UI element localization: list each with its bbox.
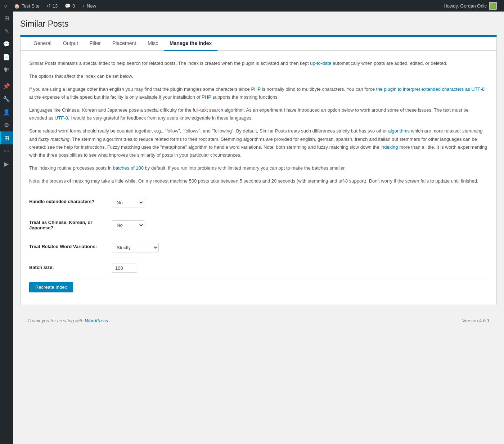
avatar: 🟩 <box>489 2 497 10</box>
field-label-treat-cjk: Treat as Chinese, Korean, or Japanese? <box>29 213 108 237</box>
sidebar-item-pages[interactable]: 📄 <box>0 50 13 63</box>
link-batches[interactable]: batches of 100 <box>113 165 144 171</box>
field-row-handle-extended: Handle extended characters? No Yes <box>29 192 488 213</box>
dashboard-icon: ⊞ <box>4 15 9 22</box>
card-body: Similar Posts maintains a special index … <box>21 51 496 305</box>
tab-output[interactable]: Output <box>57 37 84 51</box>
feedback-icon: 🗣 <box>4 67 9 73</box>
input-batch-size[interactable] <box>112 264 137 273</box>
admin-bar-right: Howdy, Gordan Orlic 🟩 <box>440 0 500 12</box>
admin-bar-updates[interactable]: ↺ 13 <box>43 0 61 12</box>
link-indexing[interactable]: indexing <box>381 144 398 150</box>
footer-wp-link[interactable]: WordPress. <box>85 318 109 323</box>
admin-bar: ○ 🏠 Test Site ↺ 13 💬 0 + New Howdy, Gord… <box>0 0 504 12</box>
settings-form-table: Handle extended characters? No Yes Treat… <box>29 192 488 278</box>
admin-bar-new[interactable]: + New <box>78 0 100 12</box>
field-row-treat-cjk: Treat as Chinese, Korean, or Japanese? N… <box>29 213 488 237</box>
description-para1: Similar Posts maintains a special index … <box>29 59 488 67</box>
field-label-word-variations: Treat Related Word Variations: <box>29 237 108 258</box>
select-word-variations[interactable]: Strictly Stemming Fuzzy Matching <box>112 243 159 252</box>
link-php1[interactable]: PHP <box>251 86 261 92</box>
tab-misc[interactable]: Misc <box>142 37 164 51</box>
sidebar-item-uc[interactable]: UC <box>0 144 13 157</box>
field-cell-handle-extended: No Yes <box>108 192 488 213</box>
main-content: Similar Posts General Output Filter Plac… <box>13 12 504 444</box>
admin-menu: ⊞ ✎ 💬 📄 🗣 📌 🔧 👤 ⚙ ⊞ UC <box>0 12 13 444</box>
field-cell-treat-cjk: No Yes <box>108 213 488 237</box>
play-icon: ▶ <box>4 161 9 167</box>
uc-label: UC <box>4 148 9 153</box>
description-para5: Some related word forms should really be… <box>29 127 488 159</box>
page-title: Similar Posts <box>20 19 497 30</box>
settings-icon: ⚙ <box>4 122 9 129</box>
link-php2[interactable]: PHP <box>202 94 211 100</box>
sidebar-item-tools[interactable]: 🔧 <box>0 93 13 106</box>
plus-icon: + <box>82 3 85 9</box>
sidebar-item-pin[interactable]: 📌 <box>0 80 13 93</box>
posts-icon: ✎ <box>4 28 9 35</box>
admin-bar-items: 🏠 Test Site ↺ 13 💬 0 + New <box>10 0 440 12</box>
sidebar-item-feedback[interactable]: 🗣 <box>0 63 13 76</box>
updates-icon: ↺ <box>47 3 51 9</box>
comments-icon: 💬 <box>65 3 71 9</box>
link-algorithms[interactable]: algorithms <box>388 128 410 134</box>
tab-filter[interactable]: Filter <box>84 37 107 51</box>
sidebar-item-posts[interactable]: ✎ <box>0 24 13 37</box>
footer-version: Version 4.6.1 <box>462 318 490 323</box>
tools-icon: 🔧 <box>3 96 10 103</box>
comments-menu-icon: 💬 <box>3 41 10 48</box>
users-icon: 👤 <box>3 109 10 116</box>
field-label-batch-size: Batch size: <box>29 258 108 278</box>
recreate-index-button[interactable]: Recreate Index <box>29 282 73 292</box>
settings-card: General Output Filter Placement Misc Man… <box>20 35 497 305</box>
description-para6: The indexing routine processes posts in … <box>29 164 488 172</box>
menu-separator-1 <box>0 78 13 78</box>
admin-bar-site[interactable]: 🏠 Test Site <box>10 0 43 12</box>
select-handle-extended[interactable]: No Yes <box>112 198 144 207</box>
wp-logo[interactable]: ○ <box>4 2 8 10</box>
tab-placement[interactable]: Placement <box>107 37 142 51</box>
footer-left: Thank you for creating with WordPress. <box>27 318 109 323</box>
field-cell-batch-size <box>108 258 488 278</box>
pin-icon: 📌 <box>3 83 10 90</box>
sidebar-item-plugin[interactable]: ⊞ <box>0 131 13 144</box>
pages-icon: 📄 <box>3 54 10 60</box>
sidebar-item-users[interactable]: 👤 <box>0 106 13 118</box>
description-para3: If you are using a language other than e… <box>29 85 488 101</box>
field-label-handle-extended: Handle extended characters? <box>29 192 108 213</box>
link-uptodate[interactable]: up-to-date <box>310 60 331 66</box>
howdy-text[interactable]: Howdy, Gordan Orlic 🟩 <box>440 0 500 12</box>
tab-bar: General Output Filter Placement Misc Man… <box>21 37 496 51</box>
tab-general[interactable]: General <box>28 37 57 51</box>
tab-manage-index[interactable]: Manage the Index <box>164 37 217 51</box>
field-row-batch-size: Batch size: <box>29 258 488 278</box>
home-icon: 🏠 <box>14 3 20 9</box>
description-para2: The options that affect the index can be… <box>29 72 488 80</box>
select-treat-cjk[interactable]: No Yes <box>112 220 144 230</box>
plugin-icon: ⊞ <box>4 135 9 142</box>
link-plugin[interactable]: the plugin to interpret extended charact… <box>376 86 485 92</box>
field-row-word-variations: Treat Related Word Variations: Strictly … <box>29 237 488 258</box>
wp-layout: ⊞ ✎ 💬 📄 🗣 📌 🔧 👤 ⚙ ⊞ UC <box>0 0 504 444</box>
sidebar-item-comments-menu[interactable]: 💬 <box>0 37 13 50</box>
sidebar-item-dashboard[interactable]: ⊞ <box>0 12 13 24</box>
description-para4: Languages like Chinese, Korean and Japan… <box>29 106 488 122</box>
field-cell-word-variations: Strictly Stemming Fuzzy Matching <box>108 237 488 258</box>
link-utf8[interactable]: UTF-8 <box>55 115 68 121</box>
sidebar-item-settings[interactable]: ⚙ <box>0 118 13 131</box>
sidebar-item-play[interactable]: ▶ <box>0 157 13 170</box>
wp-footer: Thank you for creating with WordPress. V… <box>20 312 497 329</box>
description-para7: Note: the process of indexing may take a… <box>29 177 488 185</box>
admin-bar-comments[interactable]: 💬 0 <box>61 0 78 12</box>
